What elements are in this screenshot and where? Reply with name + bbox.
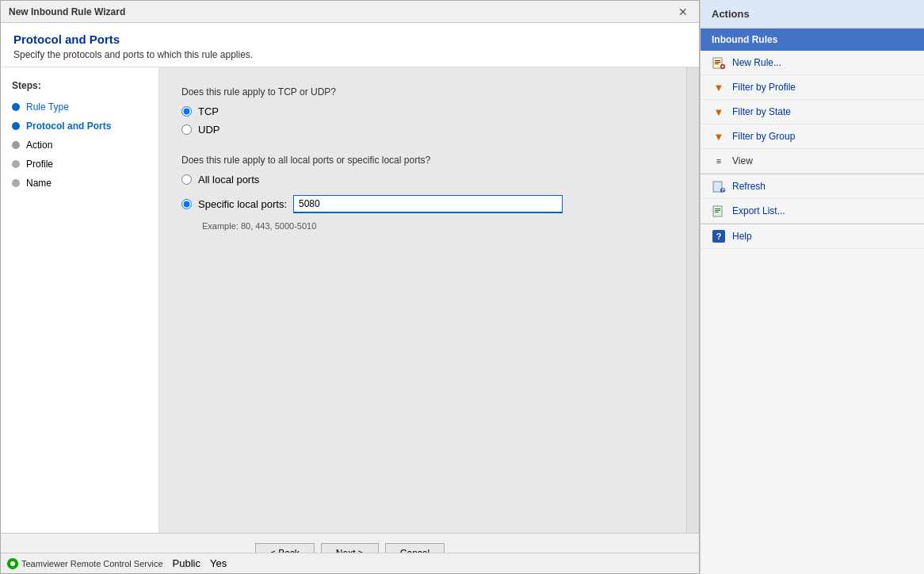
status-enabled: Yes (210, 557, 227, 569)
ports-question: Does this rule apply to all local ports … (181, 155, 664, 166)
export-list-label: Export List... (732, 205, 785, 216)
status-bar: Teamviewer Remote Control Service Public… (1, 553, 699, 573)
export-list-icon (712, 204, 726, 218)
udp-radio[interactable] (181, 124, 192, 135)
filter-profile-label: Filter by Profile (732, 82, 796, 93)
view-label: View (732, 155, 753, 166)
status-service: Teamviewer Remote Control Service (7, 558, 163, 569)
specific-ports-row: Specific local ports: (181, 195, 664, 213)
service-name: Teamviewer Remote Control Service (21, 559, 163, 568)
help-label: Help (732, 231, 752, 242)
wizard-container: New Inbound Rule Wizard ✕ Protocol and P… (0, 0, 700, 574)
svg-rect-14 (715, 212, 719, 212)
tcp-udp-radio-group: TCP UDP (181, 105, 664, 136)
svg-point-0 (10, 561, 15, 566)
wizard-titlebar: New Inbound Rule Wizard ✕ (1, 1, 699, 23)
view-icon: ≡ (712, 154, 726, 168)
wizard-header: Protocol and Ports Specify the protocols… (1, 23, 699, 67)
specific-ports-radio[interactable] (181, 199, 192, 209)
svg-rect-7 (722, 66, 724, 67)
step-label-action: Action (26, 140, 52, 151)
port-input[interactable] (293, 195, 563, 213)
sidebar-item-export-list[interactable]: Export List... (701, 199, 924, 224)
step-dot-action (12, 141, 20, 149)
specific-ports-label: Specific local ports: (198, 198, 287, 210)
ports-radio-group: All local ports Specific local ports: Ex… (181, 174, 664, 231)
sidebar-item-filter-state[interactable]: ▼ Filter by State (701, 100, 924, 124)
svg-rect-4 (715, 63, 719, 64)
wizard-main-title: Protocol and Ports (13, 33, 686, 46)
step-dot-name (12, 179, 20, 187)
status-green-icon (7, 558, 18, 569)
step-label-profile: Profile (26, 159, 53, 170)
filter-state-icon: ▼ (712, 105, 726, 119)
svg-rect-12 (715, 209, 720, 209)
all-ports-radio-item[interactable]: All local ports (181, 174, 664, 186)
tcp-udp-section: Does this rule apply to TCP or UDP? TCP … (181, 86, 664, 136)
status-profile: Public (173, 557, 200, 569)
step-action: Action (1, 136, 158, 155)
sidebar-item-refresh[interactable]: ↻ Refresh (701, 174, 924, 199)
refresh-label: Refresh (732, 181, 766, 192)
filter-group-label: Filter by Group (732, 131, 795, 142)
ports-section: Does this rule apply to all local ports … (181, 155, 664, 231)
udp-label: UDP (198, 124, 220, 136)
right-panel: Actions Inbound Rules New Rule... ▼ Filt… (700, 0, 924, 574)
svg-rect-3 (715, 62, 720, 63)
refresh-icon: ↻ (712, 179, 726, 193)
close-button[interactable]: ✕ (675, 6, 691, 18)
step-rule-type: Rule Type (1, 98, 158, 117)
steps-panel: Steps: Rule Type Protocol and Ports Acti… (1, 67, 159, 533)
tcp-radio[interactable] (181, 106, 192, 117)
filter-group-icon: ▼ (712, 129, 726, 144)
wizard-subtitle: Specify the protocols and ports to which… (13, 49, 686, 60)
sidebar-item-new-rule[interactable]: New Rule... (701, 51, 924, 75)
svg-text:↻: ↻ (721, 187, 726, 193)
all-ports-radio[interactable] (181, 174, 192, 185)
sidebar-item-help[interactable]: ? Help (701, 224, 924, 249)
svg-rect-2 (715, 60, 720, 61)
right-panel-header: Actions (701, 0, 924, 29)
sidebar-item-filter-group[interactable]: ▼ Filter by Group (701, 124, 924, 149)
svg-rect-13 (715, 210, 720, 211)
new-rule-icon (712, 55, 726, 70)
port-example: Example: 80, 443, 5000-5010 (202, 221, 664, 231)
step-label-name: Name (26, 178, 52, 189)
sidebar-item-view[interactable]: ≡ View (701, 149, 924, 174)
sidebar-item-filter-profile[interactable]: ▼ Filter by Profile (701, 75, 924, 100)
all-ports-label: All local ports (198, 174, 259, 186)
step-label-rule-type: Rule Type (26, 101, 69, 113)
wizard-body: Steps: Rule Type Protocol and Ports Acti… (1, 67, 699, 533)
content-panel: Does this rule apply to TCP or UDP? TCP … (159, 67, 686, 533)
help-icon: ? (712, 229, 726, 243)
step-dot-profile (12, 160, 20, 168)
tcp-radio-item[interactable]: TCP (181, 105, 664, 117)
step-profile: Profile (1, 155, 158, 174)
filter-state-label: Filter by State (732, 106, 791, 117)
tcp-label: TCP (198, 105, 219, 117)
step-label-protocol-ports: Protocol and Ports (26, 121, 111, 132)
steps-label: Steps: (1, 80, 158, 98)
wizard-title: New Inbound Rule Wizard (9, 6, 125, 17)
scrollbar[interactable] (686, 67, 699, 533)
new-rule-label: New Rule... (732, 57, 781, 68)
step-dot-protocol-ports (12, 122, 20, 130)
step-name: Name (1, 174, 158, 193)
step-dot-rule-type (12, 103, 20, 111)
tcp-udp-question: Does this rule apply to TCP or UDP? (181, 86, 664, 98)
step-protocol-ports: Protocol and Ports (1, 117, 158, 136)
right-panel-section: Inbound Rules (701, 29, 924, 51)
svg-rect-11 (713, 206, 722, 216)
udp-radio-item[interactable]: UDP (181, 124, 664, 136)
filter-profile-icon: ▼ (712, 80, 726, 94)
specific-ports-radio-item[interactable]: Specific local ports: (181, 198, 287, 210)
